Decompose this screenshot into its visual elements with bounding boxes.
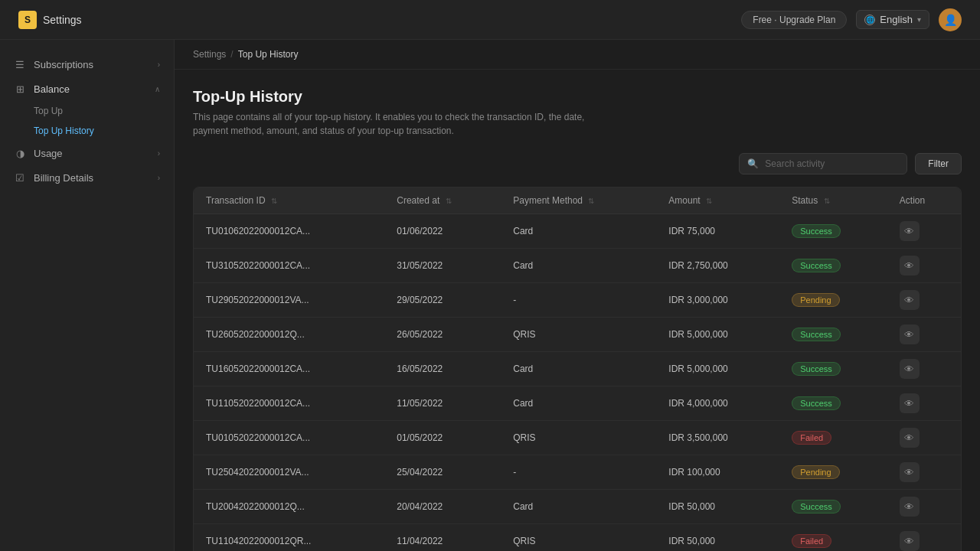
filter-button[interactable]: Filter xyxy=(915,153,962,174)
search-input[interactable] xyxy=(765,158,899,169)
sidebar-item-usage[interactable]: ◑ Usage › xyxy=(0,141,174,165)
cell-created-at: 26/05/2022 xyxy=(384,318,501,352)
sidebar-item-label: Subscriptions xyxy=(34,59,93,70)
cell-payment-method: - xyxy=(501,283,656,318)
cell-amount: IDR 100,000 xyxy=(656,455,779,490)
cell-transaction-id: TU25042022000012VA... xyxy=(194,455,384,490)
status-badge: Success xyxy=(792,396,841,410)
sort-icon: ⇅ xyxy=(824,197,830,205)
col-transaction-id[interactable]: Transaction ID ⇅ xyxy=(194,187,384,214)
upgrade-button[interactable]: Free · Upgrade Plan xyxy=(741,11,847,29)
topbar-right: Free · Upgrade Plan 🌐 English ▾ 👤 xyxy=(741,8,962,31)
table-row: TU20042022000012Q... 20/04/2022 Card IDR… xyxy=(194,490,961,524)
breadcrumb: Settings / Top Up History xyxy=(175,40,980,70)
cell-amount: IDR 5,000,000 xyxy=(656,318,779,352)
cell-status: Success xyxy=(779,214,887,249)
cell-amount: IDR 2,750,000 xyxy=(656,249,779,283)
status-badge: Success xyxy=(792,224,841,238)
cell-transaction-id: TU01052022000012CA... xyxy=(194,421,384,455)
cell-action: 👁 xyxy=(887,490,961,524)
sidebar-item-subscriptions[interactable]: ☰ Subscriptions › xyxy=(0,52,174,77)
search-box[interactable]: 🔍 xyxy=(739,153,907,174)
cell-transaction-id: TU31052022000012CA... xyxy=(194,249,384,283)
cell-payment-method: QRIS xyxy=(501,524,656,552)
view-action-button[interactable]: 👁 xyxy=(900,462,920,482)
sidebar-item-top-up-history[interactable]: Top Up History xyxy=(34,121,174,141)
breadcrumb-separator: / xyxy=(230,49,233,60)
sidebar-item-balance[interactable]: ⊞ Balance ∧ xyxy=(0,77,174,101)
status-badge: Success xyxy=(792,362,841,376)
balance-submenu: Top Up Top Up History xyxy=(0,101,174,141)
table-row: TU01052022000012CA... 01/05/2022 QRIS ID… xyxy=(194,421,961,455)
table-row: TU25042022000012VA... 25/04/2022 - IDR 1… xyxy=(194,455,961,490)
chevron-up-icon: ∧ xyxy=(155,85,160,93)
table-row: TU11052022000012CA... 11/05/2022 Card ID… xyxy=(194,386,961,421)
sidebar-item-top-up[interactable]: Top Up xyxy=(34,101,174,121)
cell-action: 👁 xyxy=(887,421,961,455)
cell-created-at: 11/05/2022 xyxy=(384,386,501,421)
col-payment-method[interactable]: Payment Method ⇅ xyxy=(501,187,656,214)
col-amount[interactable]: Amount ⇅ xyxy=(656,187,779,214)
view-action-button[interactable]: 👁 xyxy=(900,221,920,241)
sort-icon: ⇅ xyxy=(588,197,594,205)
table-row: TU01062022000012CA... 01/06/2022 Card ID… xyxy=(194,214,961,249)
language-selector[interactable]: 🌐 English ▾ xyxy=(856,10,929,29)
status-badge: Pending xyxy=(792,465,839,479)
page-title: Top-Up History xyxy=(193,88,962,106)
cell-status: Failed xyxy=(779,421,887,455)
avatar[interactable]: 👤 xyxy=(939,8,962,31)
cell-payment-method: - xyxy=(501,455,656,490)
table-toolbar: 🔍 Filter xyxy=(193,153,962,174)
cell-action: 👁 xyxy=(887,214,961,249)
sidebar-item-label: Balance xyxy=(34,83,70,95)
cell-created-at: 11/04/2022 xyxy=(384,524,501,552)
cell-created-at: 16/05/2022 xyxy=(384,352,501,386)
cell-transaction-id: TU11042022000012QR... xyxy=(194,524,384,552)
view-action-button[interactable]: 👁 xyxy=(900,393,920,413)
sidebar: ☰ Subscriptions › ⊞ Balance ∧ Top Up Top… xyxy=(0,40,175,551)
cell-status: Pending xyxy=(779,455,887,490)
table-row: TU26052022000012Q... 26/05/2022 QRIS IDR… xyxy=(194,318,961,352)
view-action-button[interactable]: 👁 xyxy=(900,359,920,379)
cell-status: Failed xyxy=(779,524,887,552)
breadcrumb-current: Top Up History xyxy=(238,49,299,60)
cell-created-at: 31/05/2022 xyxy=(384,249,501,283)
cell-amount: IDR 50,000 xyxy=(656,490,779,524)
col-action: Action xyxy=(887,187,961,214)
view-action-button[interactable]: 👁 xyxy=(900,324,920,344)
transactions-table: Transaction ID ⇅ Created at ⇅ Payment Me… xyxy=(194,187,961,551)
cell-payment-method: Card xyxy=(501,249,656,283)
breadcrumb-parent[interactable]: Settings xyxy=(193,49,226,60)
logo-icon: S xyxy=(18,11,37,29)
col-created-at[interactable]: Created at ⇅ xyxy=(384,187,501,214)
cell-status: Success xyxy=(779,490,887,524)
page-description: This page contains all of your top-up hi… xyxy=(193,110,591,138)
view-action-button[interactable]: 👁 xyxy=(900,290,920,310)
cell-action: 👁 xyxy=(887,318,961,352)
cell-action: 👁 xyxy=(887,386,961,421)
sidebar-item-label: Billing Details xyxy=(34,172,93,184)
cell-payment-method: Card xyxy=(501,214,656,249)
col-status[interactable]: Status ⇅ xyxy=(779,187,887,214)
cell-created-at: 20/04/2022 xyxy=(384,490,501,524)
cell-amount: IDR 3,500,000 xyxy=(656,421,779,455)
cell-action: 👁 xyxy=(887,352,961,386)
sidebar-item-billing[interactable]: ☑ Billing Details › xyxy=(0,165,174,190)
sort-icon: ⇅ xyxy=(446,197,452,205)
view-action-button[interactable]: 👁 xyxy=(900,531,920,551)
view-action-button[interactable]: 👁 xyxy=(900,428,920,448)
topbar-title: Settings xyxy=(43,14,82,26)
topbar: S Settings Free · Upgrade Plan 🌐 English… xyxy=(0,0,980,40)
cell-created-at: 01/06/2022 xyxy=(384,214,501,249)
status-badge: Failed xyxy=(792,534,831,548)
view-action-button[interactable]: 👁 xyxy=(900,497,920,517)
cell-amount: IDR 75,000 xyxy=(656,214,779,249)
status-badge: Success xyxy=(792,328,841,341)
table-header-row: Transaction ID ⇅ Created at ⇅ Payment Me… xyxy=(194,187,961,214)
main-layout: ☰ Subscriptions › ⊞ Balance ∧ Top Up Top… xyxy=(0,40,980,551)
table-row: TU11042022000012QR... 11/04/2022 QRIS ID… xyxy=(194,524,961,552)
billing-icon: ☑ xyxy=(14,171,26,184)
view-action-button[interactable]: 👁 xyxy=(900,256,920,276)
cell-status: Pending xyxy=(779,283,887,318)
cell-action: 👁 xyxy=(887,249,961,283)
